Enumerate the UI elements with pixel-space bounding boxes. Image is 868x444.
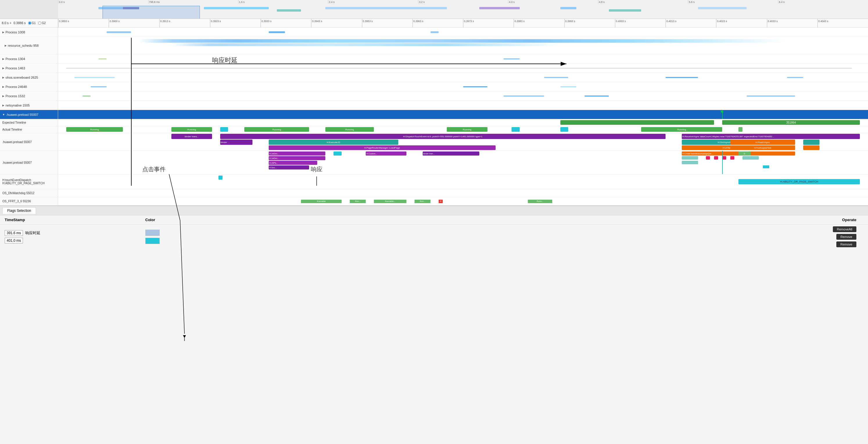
small-block-6: [743, 156, 759, 160]
actual-running-6: Running: [641, 127, 722, 132]
remove-all-button[interactable]: RemoveAll: [833, 226, 857, 232]
flag-colors: [58, 225, 232, 249]
tick-8: 0.3973 s: [463, 19, 514, 28]
expand-arrow-netsy[interactable]: ▶: [2, 104, 4, 107]
track-name-process1532: Process 1532: [5, 94, 25, 98]
track-content-touch: H:ABILITY_OR_PAGE_SWITCH: [58, 174, 868, 189]
track-name-touch: H:touchEventDispatch: [2, 178, 31, 182]
jsidec-block-2: H:JsiDec...: [269, 156, 326, 160]
track-label-expected: Expected Timeline: [0, 119, 58, 126]
track-content-netsy: [58, 101, 868, 110]
receive-vsync-block: H:ReceiveVsync dataCount:24bytes now:710…: [682, 134, 860, 139]
track-content-sceneboard: [58, 73, 868, 82]
jsidec-block-1: H:JsiDec...: [269, 151, 326, 156]
latency-label: 响应时延: [25, 231, 40, 236]
overview-tick-1: 798.8 ms: [148, 0, 238, 3]
custom-block: H:Custom...: [366, 151, 406, 156]
touch-teal-block: [218, 176, 222, 180]
overview-timeline[interactable]: 0.0 s 798.8 ms 1.6 s 2.4 s 3.2 s 4.0 s 4…: [58, 0, 868, 19]
track-row-huawei-preload: ▼ .huawei.preload 55007: [0, 110, 868, 119]
track-label-process1304[interactable]: ▶ Process 1304: [0, 54, 58, 63]
flags-tab[interactable]: Flags Selection: [2, 207, 36, 214]
track-name-expected: Expected Timeline: [2, 121, 26, 124]
overview-tick-4: 3.2 s: [418, 0, 508, 3]
small-h1: [682, 161, 698, 164]
expected-block-351864: 351864: [722, 120, 860, 125]
track-row-thread1: .huawei.preload 55007 binder trans... H:…: [0, 133, 868, 151]
flag-operate: RemoveAll Remove Remove: [232, 225, 868, 249]
runnable-4: Run...: [414, 200, 431, 203]
flag-marker: [722, 110, 723, 119]
flag-timestamps: 391.6 ms 响应时延 401.0 ms: [0, 225, 58, 249]
h-small-cyan: [334, 151, 342, 156]
tick-5: 0.3943 s: [311, 19, 362, 28]
track-name-process1304: Process 1304: [5, 57, 25, 61]
track-name-process1463: Process 1463: [5, 66, 25, 70]
expand-arrow-process1008[interactable]: ▶: [2, 31, 4, 34]
track-label-actual: Actual Timeline: [0, 126, 58, 133]
track-label-thread1: .huawei.preload 55007: [0, 133, 58, 150]
track-content-process1304: [58, 54, 868, 63]
track-name-sceneboard: ohos.sceneboard 2625: [5, 76, 38, 79]
track-content-huawei: [58, 110, 868, 119]
remove-button-2[interactable]: Remove: [836, 241, 857, 247]
expand-arrow-process1532[interactable]: ▶: [2, 95, 4, 98]
col-color: Color: [58, 215, 232, 225]
hability-bar: H:ABILITY_OR_PAGE_SWITCH: [738, 179, 860, 184]
overview-tick-5: 4.0 s: [508, 0, 598, 3]
track-label-process1008[interactable]: ▶ Process 1008: [0, 28, 58, 37]
tick-1: 0.3900 s: [108, 19, 159, 28]
track-label-netsy[interactable]: ▶ netsynative 1505: [0, 101, 58, 110]
track-content-dfx: [58, 189, 868, 197]
binder-block-1: binder trans...: [172, 134, 212, 139]
small-block-1: [682, 156, 698, 160]
tick-12: 0.4013 s: [665, 19, 716, 28]
track-label-sceneboard[interactable]: ▶ ohos.sceneboard 2625: [0, 73, 58, 82]
binder-block-2: binder ...: [220, 140, 253, 145]
track-row-ffrt: OS_FFRT_3_6 55236 Runnable Run... Runnab…: [0, 197, 868, 205]
track-row-process1304: ▶ Process 1304: [0, 54, 868, 64]
actual-running-4: Running: [326, 127, 374, 132]
runnable-5: Runn...: [528, 200, 552, 203]
flush-vsync-block: H:FlushVsync: [730, 140, 795, 145]
actual-cyan-2: [512, 127, 520, 132]
small-block-3: [714, 156, 718, 160]
expand-arrow-process1304[interactable]: ▶: [2, 58, 4, 60]
tick-4: 0.3933 s: [260, 19, 311, 28]
expand-arrow-sceneboard[interactable]: ▶: [2, 76, 4, 79]
teal-small: [763, 165, 769, 168]
track-label-resource[interactable]: ▶ resource_schedu 958: [0, 37, 58, 54]
g1-radio[interactable]: G1: [28, 22, 36, 25]
flags-table: TimeStamp Color Operate 391.6 ms 响应时延: [0, 215, 868, 249]
track-label-huawei-preload[interactable]: ▼ .huawei.preload 55007: [0, 110, 58, 119]
runnable-1: Runnable: [301, 200, 341, 203]
track-name-actual: Actual Timeline: [2, 128, 22, 131]
track-row-actual: Actual Timeline Running Running Running …: [0, 126, 868, 133]
tick-6: 0.3953 s: [362, 19, 412, 28]
tick-15: 0.4043 s: [817, 19, 868, 28]
tick-14: 0.4033 s: [767, 19, 817, 28]
track-row-process1008: ▶ Process 1008: [0, 28, 868, 37]
actual-running-1: Running: [66, 127, 123, 132]
track-label-process1532[interactable]: ▶ Process 1532: [0, 92, 58, 100]
track-name-process1008: Process 1008: [5, 31, 25, 34]
actual-running-5: Running: [447, 127, 487, 132]
expand-arrow-resource[interactable]: ▶: [5, 44, 7, 47]
track-label-dfx: OS_DfxWatchdog 55012: [0, 189, 58, 197]
track-label-process24648[interactable]: ▶ Process 24648: [0, 82, 58, 91]
expand-arrow-huawei[interactable]: ▼: [2, 113, 5, 116]
remove-button-1[interactable]: Remove: [836, 234, 857, 240]
expand-arrow-process1463[interactable]: ▶: [2, 67, 4, 70]
overview-bar: 0.0 s 798.8 ms 1.6 s 2.4 s 3.2 s 4.0 s 4…: [0, 0, 868, 19]
track-name-thread2: .huawei.preload 55007: [2, 161, 32, 164]
track-content-ffrt: Runnable Run... Runnable... Run... R Run…: [58, 197, 868, 205]
overview-ruler: 0.0 s 798.8 ms 1.6 s 2.4 s 3.2 s 4.0 s 4…: [58, 0, 868, 3]
expand-arrow-process24648[interactable]: ▶: [2, 85, 4, 88]
binder-tran-block: binder tran...: [423, 151, 479, 156]
track-content-expected: 351864: [58, 119, 868, 126]
g2-radio[interactable]: G2: [38, 22, 45, 25]
track-label-thread2: .huawei.preload 55007: [0, 151, 58, 174]
time-ruler-left: 8.0 s + 0.3886 s G1 G2: [0, 19, 58, 27]
track-label-process1463[interactable]: ▶ Process 1463: [0, 64, 58, 73]
sou-block: H:Sou...: [269, 165, 309, 169]
